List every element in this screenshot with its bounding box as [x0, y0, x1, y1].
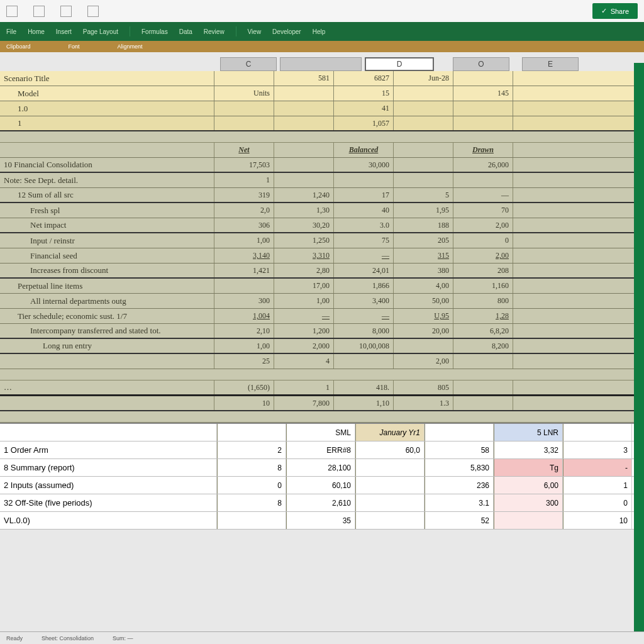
- row-label[interactable]: Net impact: [0, 218, 214, 232]
- cell-value[interactable]: 5: [393, 188, 453, 202]
- cell-value[interactable]: [513, 86, 572, 101]
- cell-value[interactable]: 60,0: [355, 441, 425, 458]
- cell-value[interactable]: 581: [274, 71, 333, 86]
- cell-value[interactable]: Net: [214, 143, 274, 157]
- cell-value[interactable]: 5,830: [425, 459, 494, 476]
- row-label[interactable]: Tier schedule; economic sust. 1/7: [0, 309, 214, 323]
- column-header-blank[interactable]: [280, 57, 362, 71]
- row-label[interactable]: VL.0.0): [0, 512, 217, 529]
- cell-value[interactable]: 2,80: [274, 264, 333, 277]
- cell-value[interactable]: 1,250: [274, 233, 333, 248]
- row-label[interactable]: Perpetual line items: [0, 279, 214, 293]
- cell-value[interactable]: [214, 279, 274, 293]
- cell-value[interactable]: 8: [217, 494, 286, 511]
- cell-value[interactable]: [214, 101, 274, 116]
- cell-value[interactable]: 1,00: [214, 339, 274, 353]
- cell-value[interactable]: 35: [286, 512, 355, 529]
- cell-value[interactable]: 60,10: [286, 477, 355, 494]
- table-row[interactable]: Net impact30630,203.01882,00: [0, 218, 644, 233]
- qat-undo-icon[interactable]: [33, 6, 45, 17]
- table-row[interactable]: 32 Off-Site (five periods)82,6103.13000: [0, 494, 644, 512]
- table-row[interactable]: Long run entry1,002,00010,00,0088,200: [0, 339, 644, 354]
- table-row[interactable]: ModelUnits15145: [0, 86, 644, 101]
- cell-value[interactable]: [513, 158, 572, 172]
- table-row[interactable]: Fresh spl2,01,30401,9570: [0, 203, 644, 218]
- column-header-C[interactable]: C: [220, 57, 277, 71]
- cell-value[interactable]: [513, 116, 572, 130]
- cell-value[interactable]: [274, 173, 333, 187]
- table-row[interactable]: 2542,00: [0, 354, 644, 369]
- cell-value[interactable]: 208: [453, 264, 513, 277]
- cell-value[interactable]: 6,00: [494, 477, 563, 494]
- cell-value[interactable]: [453, 173, 513, 187]
- cell-value[interactable]: 4: [274, 354, 333, 369]
- cell-value[interactable]: 10: [214, 396, 274, 410]
- table-row[interactable]: Scenario Title5816827Jun-28: [0, 71, 644, 86]
- cell-value[interactable]: [355, 459, 425, 476]
- cell-value[interactable]: 7,800: [274, 396, 333, 410]
- table-row[interactable]: 2 Inputs (assumed)060,102366,001: [0, 477, 644, 494]
- cell-value[interactable]: U,95: [393, 309, 453, 323]
- cell-value[interactable]: 1,057: [333, 116, 393, 130]
- cell-value[interactable]: 1: [274, 380, 333, 394]
- cell-value[interactable]: [217, 512, 286, 529]
- row-label[interactable]: Fresh spl: [0, 203, 214, 218]
- cell-value[interactable]: 418.: [333, 380, 393, 394]
- cell-value[interactable]: 26,000: [453, 158, 513, 172]
- cell-value[interactable]: 2,610: [286, 494, 355, 511]
- cell-value[interactable]: 315: [393, 248, 453, 263]
- cell-value[interactable]: 75: [333, 233, 393, 248]
- cell-value[interactable]: [513, 218, 572, 232]
- row-label[interactable]: 8 Summary (report): [0, 459, 217, 476]
- cell-value[interactable]: [513, 339, 572, 353]
- cell-value[interactable]: 1,28: [453, 309, 513, 323]
- cell-value[interactable]: [513, 294, 572, 308]
- cell-value[interactable]: 5 LNR: [494, 424, 563, 441]
- worksheet-lower[interactable]: SMLJanuary Yr15 LNR1 Order Arm2ERR#860,0…: [0, 423, 644, 530]
- cell-value[interactable]: 8: [217, 459, 286, 476]
- cell-value[interactable]: [393, 173, 453, 187]
- cell-value[interactable]: [393, 158, 453, 172]
- cell-value[interactable]: January Yr1: [355, 424, 425, 441]
- cell-value[interactable]: —: [274, 309, 333, 323]
- qat-redo-icon[interactable]: [60, 6, 72, 17]
- cell-value[interactable]: 319: [214, 188, 274, 202]
- cell-value[interactable]: 58: [425, 441, 494, 458]
- table-row[interactable]: VL.0.0)355210: [0, 512, 644, 530]
- column-header-D[interactable]: D: [365, 57, 434, 71]
- cell-value[interactable]: 30,20: [274, 218, 333, 232]
- table-row[interactable]: NetBalancedDrawn: [0, 143, 644, 158]
- cell-value[interactable]: 6827: [333, 71, 393, 86]
- table-row[interactable]: Financial seed3,1403,310—3152,00: [0, 248, 644, 264]
- cell-value[interactable]: 40: [333, 203, 393, 218]
- table-row[interactable]: Tier schedule; economic sust. 1/71,004——…: [0, 309, 644, 324]
- row-label[interactable]: 10 Financial Consolidation: [0, 158, 214, 172]
- cell-value[interactable]: [453, 380, 513, 394]
- cell-value[interactable]: 1,10: [333, 396, 393, 410]
- cell-value[interactable]: 0: [453, 233, 513, 248]
- cell-value[interactable]: 0: [563, 494, 632, 511]
- cell-value[interactable]: [393, 143, 453, 157]
- cell-value[interactable]: 10: [563, 512, 632, 529]
- row-label[interactable]: Note: See Dept. detail.: [0, 173, 214, 187]
- table-row[interactable]: Note: See Dept. detail.1: [0, 173, 644, 188]
- row-label[interactable]: [0, 354, 214, 369]
- cell-value[interactable]: [563, 424, 632, 441]
- cell-value[interactable]: 145: [453, 86, 513, 101]
- row-label[interactable]: [0, 424, 217, 441]
- cell-value[interactable]: 0: [217, 477, 286, 494]
- row-label[interactable]: Financial seed: [0, 248, 214, 263]
- ribbon-tab-file[interactable]: File: [6, 28, 16, 35]
- row-label[interactable]: 1: [0, 116, 214, 130]
- ribbon-tab-developer[interactable]: Developer: [272, 28, 301, 35]
- cell-value[interactable]: 1,004: [214, 309, 274, 323]
- cell-value[interactable]: [355, 494, 425, 511]
- cell-value[interactable]: 1.3: [393, 396, 453, 410]
- cell-value[interactable]: [513, 264, 572, 277]
- cell-value[interactable]: [274, 86, 333, 101]
- cell-value[interactable]: —: [453, 188, 513, 202]
- cell-value[interactable]: 1: [563, 477, 632, 494]
- cell-value[interactable]: 2,000: [274, 339, 333, 353]
- table-row[interactable]: 1.041: [0, 101, 644, 116]
- column-header-O[interactable]: O: [453, 57, 509, 71]
